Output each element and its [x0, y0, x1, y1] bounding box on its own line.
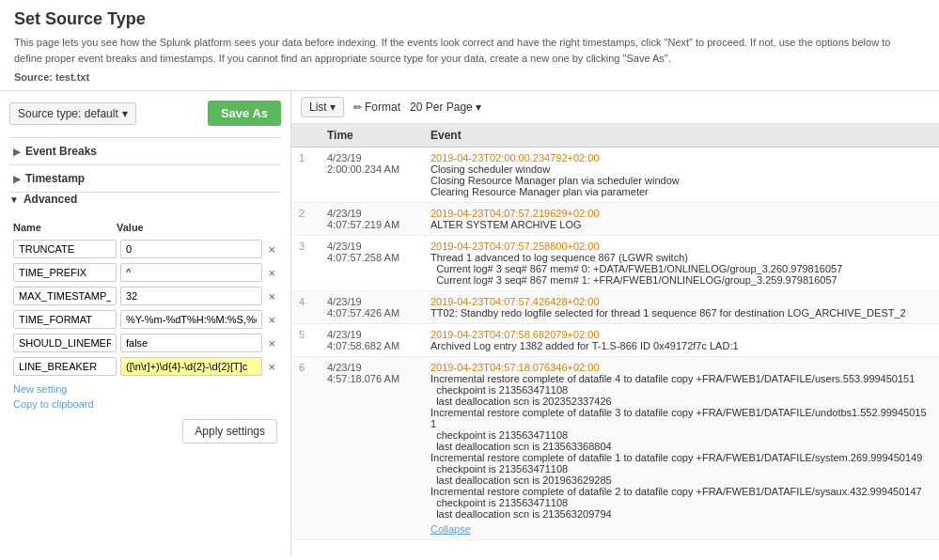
- format-label: Format: [365, 101, 400, 114]
- setting-name-input[interactable]: [13, 310, 117, 329]
- event-breaks-header[interactable]: ▶ Event Breaks: [9, 138, 281, 164]
- table-row: 14/23/192:00:00.234 AM2019-04-23T02:00:0…: [291, 148, 939, 203]
- row-number: 5: [291, 324, 320, 357]
- event-time: 4:07:57.219 AM: [327, 219, 415, 230]
- setting-value-input[interactable]: [120, 310, 262, 329]
- setting-name-cell: [13, 357, 117, 376]
- advanced-section: ▼ Advanced Name Value ×××××× New setting…: [9, 192, 281, 451]
- event-timestamp-link[interactable]: 2019-04-23T04:07:58.682079+02:00: [430, 329, 600, 340]
- setting-remove-button[interactable]: ×: [266, 289, 277, 303]
- right-panel: List ▾ ✏ Format 20 Per Page ▾ Time: [291, 91, 939, 557]
- timestamp-section: ▶ Timestamp: [9, 164, 281, 192]
- event-lines: Thread 1 advanced to log sequence 867 (L…: [430, 252, 931, 286]
- row-number: 4: [291, 291, 320, 324]
- col-header-num: [291, 124, 320, 148]
- setting-name-cell: [13, 240, 117, 258]
- event-date: 4/23/19: [327, 329, 415, 340]
- row-event: 2019-04-23T04:07:58.682079+02:00Archived…: [423, 324, 939, 357]
- setting-value-input[interactable]: [120, 334, 262, 352]
- list-dropdown[interactable]: List ▾: [301, 97, 344, 117]
- setting-remove-button[interactable]: ×: [266, 242, 277, 257]
- page-title: Set Source Type: [14, 9, 925, 29]
- format-button[interactable]: ✏ Format: [353, 101, 400, 114]
- event-time: 2:00:00.234 AM: [327, 163, 415, 175]
- save-as-button[interactable]: Save As: [208, 101, 281, 126]
- event-lines: Incremental restore complete of datafile…: [430, 373, 931, 520]
- event-date: 4/23/19: [327, 296, 415, 307]
- row-number: 3: [291, 236, 320, 291]
- setting-row: ×: [13, 334, 277, 352]
- row-number: 6: [291, 357, 320, 540]
- setting-remove-button[interactable]: ×: [266, 360, 277, 374]
- new-setting-link[interactable]: New setting: [13, 383, 277, 395]
- event-time: 4:57:18.076 AM: [327, 373, 415, 384]
- main-layout: Source type: default ▾ Save As ▶ Event B…: [0, 91, 939, 557]
- setting-value-cell: [120, 357, 262, 376]
- event-lines: TT02: Standby redo logfile selected for …: [430, 307, 931, 319]
- table-row: 54/23/194:07:58.682 AM2019-04-23T04:07:5…: [291, 324, 939, 357]
- setting-value-cell: [120, 310, 262, 329]
- setting-name-cell: [13, 310, 117, 329]
- timestamp-label: Timestamp: [25, 172, 85, 185]
- col-name-header: Name: [13, 222, 117, 233]
- event-timestamp-link[interactable]: 2019-04-23T04:07:57.219629+02:00: [430, 208, 600, 219]
- row-number: 2: [291, 203, 320, 236]
- events-tbody: 14/23/192:00:00.234 AM2019-04-23T02:00:0…: [291, 148, 939, 540]
- settings-table-header: Name Value: [13, 219, 277, 236]
- setting-name-input[interactable]: [13, 240, 117, 258]
- event-breaks-label: Event Breaks: [25, 145, 97, 158]
- table-row: 64/23/194:57:18.076 AM2019-04-23T04:57:1…: [291, 357, 939, 540]
- events-table: Time Event 14/23/192:00:00.234 AM2019-04…: [291, 124, 939, 540]
- row-time: 4/23/192:00:00.234 AM: [320, 148, 423, 203]
- setting-row: ×: [13, 357, 277, 376]
- page-container: Set Source Type This page lets you see h…: [0, 0, 939, 560]
- setting-value-input[interactable]: [120, 357, 262, 376]
- setting-name-input[interactable]: [13, 287, 117, 305]
- table-row: 24/23/194:07:57.219 AM2019-04-23T04:07:5…: [291, 203, 939, 236]
- apply-btn-row: Apply settings: [13, 419, 277, 443]
- setting-remove-button[interactable]: ×: [266, 336, 277, 350]
- collapse-link[interactable]: Collapse: [430, 523, 931, 535]
- source-type-label: Source type: default: [18, 107, 118, 120]
- page-description: This page lets you see how the Splunk pl…: [14, 35, 916, 66]
- setting-row: ×: [13, 263, 277, 282]
- event-breaks-chevron-icon: ▶: [13, 147, 21, 157]
- event-timestamp-link[interactable]: 2019-04-23T04:07:57.426428+02:00: [430, 296, 600, 307]
- table-row: 34/23/194:07:57.258 AM2019-04-23T04:07:5…: [291, 236, 939, 291]
- event-time: 4:07:57.426 AM: [327, 307, 415, 319]
- row-time: 4/23/194:57:18.076 AM: [320, 357, 423, 540]
- setting-remove-button[interactable]: ×: [266, 266, 277, 280]
- col-header-event: Event: [423, 124, 939, 148]
- event-timestamp-link[interactable]: 2019-04-23T04:57:18.076346+02:00: [430, 362, 600, 373]
- event-date: 4/23/19: [327, 362, 415, 373]
- event-timestamp-link[interactable]: 2019-04-23T02:00:00.234792+02:00: [430, 152, 600, 163]
- right-toolbar: List ▾ ✏ Format 20 Per Page ▾: [291, 91, 939, 124]
- page-header: Set Source Type This page lets you see h…: [0, 0, 939, 91]
- setting-name-input[interactable]: [13, 334, 117, 352]
- advanced-chevron-icon: ▼: [9, 194, 19, 205]
- advanced-header[interactable]: ▼ Advanced: [9, 193, 281, 206]
- source-value: test.txt: [55, 71, 89, 83]
- copy-clipboard-link[interactable]: Copy to clipboard: [13, 398, 277, 410]
- setting-value-input[interactable]: [120, 263, 262, 282]
- setting-remove-button[interactable]: ×: [266, 313, 277, 327]
- per-page-dropdown[interactable]: 20 Per Page ▾: [410, 101, 481, 114]
- setting-name-input[interactable]: [13, 357, 117, 376]
- source-type-row: Source type: default ▾ Save As: [9, 101, 281, 126]
- event-timestamp-link[interactable]: 2019-04-23T04:07:57.258800+02:00: [430, 241, 600, 252]
- apply-settings-button[interactable]: Apply settings: [182, 419, 277, 443]
- row-event: 2019-04-23T04:07:57.426428+02:00TT02: St…: [423, 291, 939, 324]
- col-header-time: Time: [320, 124, 423, 148]
- setting-value-input[interactable]: [120, 287, 262, 305]
- list-arrow-icon: ▾: [330, 101, 336, 114]
- source-line: Source: test.txt: [14, 71, 925, 83]
- table-header-row: Time Event: [291, 124, 939, 148]
- source-type-arrow-icon: ▾: [122, 107, 128, 120]
- setting-name-cell: [13, 334, 117, 352]
- source-type-dropdown[interactable]: Source type: default ▾: [9, 102, 136, 125]
- timestamp-header[interactable]: ▶ Timestamp: [9, 165, 281, 192]
- per-page-arrow-icon: ▾: [476, 101, 481, 114]
- event-date: 4/23/19: [327, 208, 415, 219]
- setting-value-input[interactable]: [120, 240, 262, 258]
- setting-name-input[interactable]: [13, 263, 117, 282]
